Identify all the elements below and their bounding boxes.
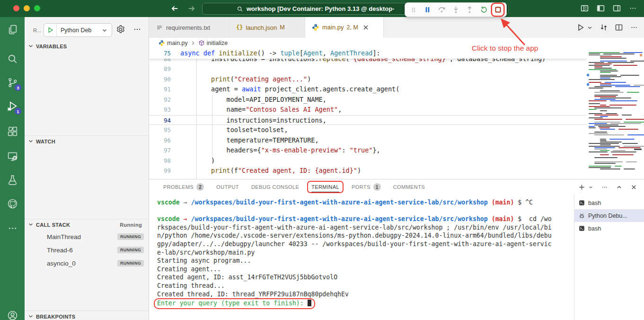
terminal-list-item-bash[interactable]: bash <box>574 196 644 209</box>
activity-bar-item-testing[interactable] <box>5 172 20 187</box>
toggle-secondary-sidebar-button[interactable] <box>612 4 621 13</box>
chevron-down-icon[interactable] <box>101 27 112 34</box>
activity-bar-item-account[interactable] <box>5 308 20 320</box>
panel-tab-comments[interactable]: COMMENTS <box>393 179 425 195</box>
line-number[interactable]: 75 <box>149 48 171 59</box>
toolbar-drag-handle[interactable] <box>408 4 419 16</box>
activity-bar-item-run-and-debug[interactable]: 1 <box>5 98 20 114</box>
step-out-button[interactable] <box>464 4 476 16</box>
navigate-forward-icon[interactable] <box>187 4 196 13</box>
line-number[interactable]: 98 <box>149 156 171 166</box>
line-number[interactable]: 96 <box>149 135 171 146</box>
minimap-line <box>611 151 636 152</box>
activity-bar-item-more[interactable] <box>5 221 20 236</box>
activity-bar-item-github[interactable] <box>5 196 20 211</box>
toggle-primary-sidebar-button[interactable] <box>596 4 605 13</box>
panel-tab-ports[interactable]: PORTS1 <box>352 179 381 195</box>
section-variables[interactable]: VARIABLES <box>25 41 149 52</box>
close-panel-button[interactable] <box>630 184 637 191</box>
minimap-line <box>589 109 597 110</box>
split-editor-button[interactable] <box>615 23 623 32</box>
open-changes-button[interactable] <box>600 23 608 32</box>
terminal-profile-dropdown[interactable] <box>588 185 593 190</box>
new-terminal-button[interactable] <box>578 184 585 191</box>
titlebar-more-button[interactable] <box>628 4 637 13</box>
section-breakpoints[interactable]: BREAKPOINTS <box>25 311 149 320</box>
run-python-file-button[interactable] <box>576 23 585 32</box>
gear-icon[interactable] <box>116 25 125 34</box>
minimap-line <box>606 113 617 114</box>
sidebar-more-icon[interactable] <box>132 25 142 34</box>
line-number[interactable]: 89 <box>149 64 171 74</box>
thread-name: Thread-6 <box>47 247 117 254</box>
customize-layout-button[interactable] <box>580 4 589 13</box>
editor-tab-bar: requirements.txt{}launch.jsonMmain.py2, … <box>149 17 644 38</box>
editor-more-actions-button[interactable] <box>630 23 638 32</box>
line-number[interactable]: 90 <box>149 74 171 85</box>
line-number[interactable]: 88 <box>149 59 171 64</box>
terminal-text: Created agent, ID: asst_14rFGTeTH2VUSj5b… <box>157 274 337 281</box>
section-call-stack[interactable]: CALL STACK Running <box>25 219 149 231</box>
debug-launch-configuration[interactable]: Python Deb <box>44 23 112 37</box>
panel-tab-output[interactable]: OUTPUT <box>216 179 239 195</box>
minimap-line <box>600 98 631 98</box>
call-stack-thread[interactable]: asyncio_0RUNNING <box>25 257 149 270</box>
call-stack-thread[interactable]: Thread-6RUNNING <box>25 243 149 257</box>
breadcrumb-symbol[interactable]: initialize <box>207 40 228 46</box>
activity-bar-item-explorer[interactable] <box>5 22 20 37</box>
minimap-slider[interactable] <box>634 149 642 150</box>
call-stack-thread[interactable]: MainThreadRUNNING <box>25 230 149 243</box>
terminal-text: Creating thread... <box>157 282 225 289</box>
editor-tab-launch.json[interactable]: {}launch.jsonM <box>229 17 305 38</box>
activity-bar-item-extensions[interactable] <box>5 124 20 139</box>
step-over-button[interactable] <box>436 4 447 16</box>
line-number[interactable]: 93 <box>149 105 171 115</box>
zoom-window-button[interactable] <box>34 5 40 11</box>
close-tab-icon[interactable] <box>362 24 370 31</box>
panel-tab-debug-console[interactable]: DEBUG CONSOLE <box>251 179 299 195</box>
terminal-output[interactable]: vscode → /workspaces/build-your-first-ag… <box>157 198 569 307</box>
minimap-line <box>589 79 615 80</box>
terminal-text: gpy/adapter/../../debugpy/launcher 40233… <box>157 240 552 248</box>
maximize-panel-button[interactable] <box>616 184 623 191</box>
section-watch[interactable]: WATCH <box>25 135 149 147</box>
activity-bar-item-remote-explorer[interactable] <box>5 149 20 164</box>
minimap-line <box>620 75 639 76</box>
code-token: instructions=instructions, <box>180 116 326 124</box>
close-window-button[interactable] <box>13 5 19 11</box>
line-number[interactable]: 92 <box>149 95 171 105</box>
terminal-list-item-bash[interactable]: bash <box>574 222 644 235</box>
terminal-line: e-lab/src/workshop/main.py <box>157 249 569 257</box>
stop-button[interactable] <box>492 4 503 16</box>
panel-tab-terminal[interactable]: TERMINAL <box>311 179 339 195</box>
terminal-cursor <box>308 300 311 306</box>
start-debugging-icon[interactable] <box>44 24 57 36</box>
minimap-line <box>600 78 610 79</box>
pause-button[interactable] <box>422 4 433 16</box>
minimize-window-button[interactable] <box>24 5 30 11</box>
activity-bar-item-search[interactable] <box>5 51 20 66</box>
run-dropdown-button[interactable] <box>587 25 593 31</box>
breadcrumb-file[interactable]: main.py <box>167 40 188 46</box>
code-editor[interactable]: 88 instructions = instructions.replace("… <box>149 59 644 179</box>
minimap-line <box>589 167 611 168</box>
minimap-line <box>626 161 637 162</box>
line-number[interactable]: 97 <box>149 145 171 156</box>
step-into-button[interactable] <box>450 4 461 16</box>
line-number[interactable]: 99 <box>149 166 171 176</box>
panel-more-actions-button[interactable] <box>601 184 608 191</box>
restart-button[interactable] <box>478 4 490 16</box>
line-number[interactable]: 95 <box>149 125 171 135</box>
activity-bar-item-source-control[interactable]: 3 <box>5 75 20 90</box>
editor-tab-requirements.txt[interactable]: requirements.txt <box>149 17 229 38</box>
sticky-scroll-line[interactable]: 75async def initialize() -> tuple[Agent,… <box>149 48 644 59</box>
navigate-back-icon[interactable] <box>170 4 179 13</box>
editor-tab-main.py[interactable]: main.py2, M <box>305 17 384 38</box>
titlebar-actions <box>580 4 637 13</box>
panel-tab-problems[interactable]: PROBLEMS2 <box>163 179 204 195</box>
line-number[interactable]: 91 <box>149 84 171 95</box>
line-number[interactable]: 94 <box>149 116 171 126</box>
minimap-line <box>610 100 637 101</box>
minimap[interactable] <box>587 50 643 177</box>
terminal-list-item-python-debu-[interactable]: Python Debu... <box>574 209 644 222</box>
